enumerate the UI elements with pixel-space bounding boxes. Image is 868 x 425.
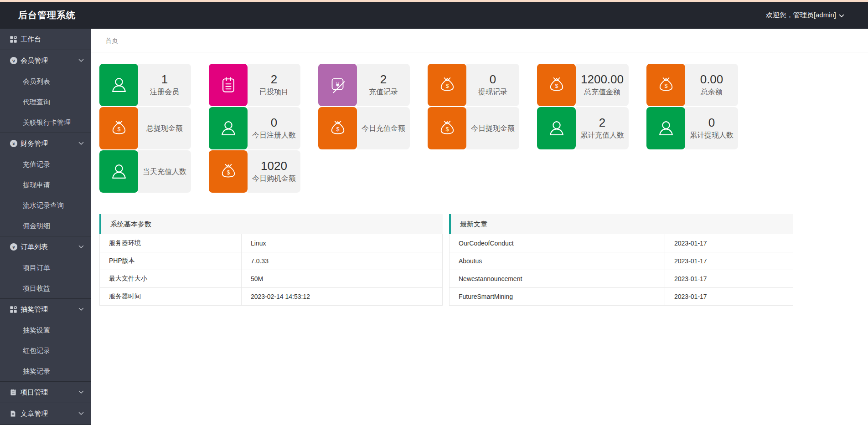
stat-card-今日注册人数: 0今日注册人数 [209,107,300,149]
sidebar-subitem-抽奖记录[interactable]: 抽奖记录 [0,361,91,381]
grid-icon [10,36,21,43]
table-cell-value: 50M [241,270,442,287]
breadcrumb-home-link[interactable]: 首页 [105,37,118,44]
stat-card-text: 2已投项目 [248,64,300,106]
stat-value: 1200.00 [581,73,624,87]
clipboard-icon [10,389,21,396]
table-cell-value: 2023-02-14 14:53:12 [241,288,442,305]
sidebar-item-label: 项目管理 [21,388,78,397]
latest-articles-title: 最新文章 [449,214,793,234]
sidebar-subitem-佣金明细[interactable]: 佣金明细 [0,215,91,236]
sidebar-item-label: 订单列表 [21,243,78,251]
yen-circle-icon: ¥ [10,139,21,148]
system-params-panel: 系统基本参数 服务器环境LinuxPHP版本7.0.33最大文件大小50M服务器… [99,214,443,306]
sidebar-subitem-项目订单[interactable]: 项目订单 [0,257,91,278]
sidebar-item-工作台[interactable]: 工作台 [0,29,91,50]
stat-label: 累计提现人数 [690,131,734,140]
svg-text:$: $ [336,126,339,132]
sidebar-subitem-代理查询[interactable]: 代理查询 [0,92,91,112]
chevron-down-icon [78,307,84,311]
stat-card-注册会员: 1注册会员 [99,64,191,106]
latest-articles-table: OurCodeofConduct2023-01-17Aboutus2023-01… [449,234,793,306]
system-params-table: 服务器环境LinuxPHP版本7.0.33最大文件大小50M服务器时间2023-… [99,234,443,306]
table-cell-name[interactable]: OurCodeofConduct [450,234,665,252]
chevron-down-icon [78,245,84,249]
stat-value: 0 [271,116,277,130]
sidebar-item-抽奖管理[interactable]: 抽奖管理 [0,299,91,320]
stat-label: 当天充值人数 [143,167,186,177]
yen-card-icon: ¥ [318,64,357,106]
table-cell-name[interactable]: Newestannouncement [450,270,665,287]
stat-label: 总充值金额 [584,87,620,97]
chevron-down-icon [78,412,84,415]
clipboard-card-icon [209,64,248,106]
table-row: FutureSmartMining2023-01-17 [450,287,793,305]
breadcrumb: 首页 [91,29,868,52]
sidebar-item-文章管理[interactable]: 文章管理 [0,403,91,424]
stat-label: 今日注册人数 [252,131,296,140]
table-row: 最大文件大小50M [100,270,442,287]
sidebar-group: 文章管理 [0,403,91,425]
stat-card-累计提现人数: 0累计提现人数 [646,107,738,149]
table-cell-name[interactable]: FutureSmartMining [450,288,665,305]
sidebar-subitem-项目收益[interactable]: 项目收益 [0,278,91,298]
sidebar-subitem-流水记录查询[interactable]: 流水记录查询 [0,195,91,215]
sidebar-item-订单列表[interactable]: ¥订单列表 [0,236,91,257]
user-icon [646,107,685,149]
system-params-title: 系统基本参数 [99,214,443,234]
sidebar-group: 工作台 [0,29,91,50]
table-row: PHP版本7.0.33 [100,252,442,270]
user-icon [99,64,138,106]
app-title: 后台管理系统 [0,9,76,21]
user-icon [537,107,576,149]
sidebar-subitem-会员列表[interactable]: 会员列表 [0,71,91,92]
top-header-bar: 后台管理系统 欢迎您，管理员[admin] [0,2,868,29]
stat-card-已投项目: 2已投项目 [209,64,300,106]
sidebar-subitem-充值记录[interactable]: 充值记录 [0,154,91,174]
stat-card-text: 1注册会员 [138,64,191,106]
sidebar-subitem-抽奖设置[interactable]: 抽奖设置 [0,320,91,340]
stat-value: 0 [490,73,496,87]
stat-value: 2 [599,116,605,130]
svg-text:V: V [12,58,16,63]
table-cell-name: 服务器时间 [100,288,241,305]
chevron-down-icon [78,59,84,62]
sidebar-subitem-关联银行卡管理[interactable]: 关联银行卡管理 [0,112,91,133]
svg-text:$: $ [227,169,230,175]
stat-value: 0.00 [700,73,723,87]
stat-value: 2 [271,73,277,87]
stat-value: 1020 [261,159,287,173]
svg-text:$: $ [445,82,449,89]
stat-label: 今日购机金额 [252,174,296,184]
moneybag-icon: $ [646,64,685,106]
stat-label: 今日提现金额 [471,124,515,133]
sidebar-item-label: 会员管理 [21,56,78,65]
table-cell-name: 服务器环境 [100,234,241,252]
sidebar-item-财务管理[interactable]: ¥财务管理 [0,133,91,154]
svg-text:$: $ [664,82,667,89]
table-cell-value: 2023-01-17 [665,234,793,252]
table-cell-name: 最大文件大小 [100,270,241,287]
sidebar-subitem-红包记录[interactable]: 红包记录 [0,340,91,361]
table-row: Newestannouncement2023-01-17 [450,270,793,287]
stat-card-text: 1020今日购机金额 [248,150,300,193]
table-cell-name[interactable]: Aboutus [450,252,665,270]
stat-label: 已投项目 [259,87,289,97]
sidebar-item-会员管理[interactable]: V会员管理 [0,50,91,71]
sidebar-subitem-提现申请[interactable]: 提现申请 [0,174,91,195]
moneybag-icon: $ [318,107,357,149]
table-cell-value: 7.0.33 [241,252,442,270]
table-row: Aboutus2023-01-17 [450,252,793,270]
table-row: 服务器环境Linux [100,234,442,252]
user-menu[interactable]: 欢迎您，管理员[admin] [766,11,868,20]
sidebar-item-项目管理[interactable]: 项目管理 [0,382,91,403]
svg-text:¥: ¥ [12,141,15,146]
stat-card-text: 今日提现金额 [466,107,519,149]
stat-cards-row: 1注册会员$总提现金额当天充值人数2已投项目0今日注册人数$1020今日购机金额… [99,64,868,193]
stat-card-text: 2充值记录 [357,64,410,106]
stat-card-group: $0.00总余额0累计提现人数 [646,64,738,193]
sidebar-menu: 工作台V会员管理会员列表代理查询关联银行卡管理¥财务管理充值记录提现申请流水记录… [0,29,91,425]
stat-card-提现记录: $0提现记录 [428,64,519,106]
sidebar-group: V会员管理会员列表代理查询关联银行卡管理 [0,50,91,133]
stat-label: 今日充值金额 [362,124,405,133]
